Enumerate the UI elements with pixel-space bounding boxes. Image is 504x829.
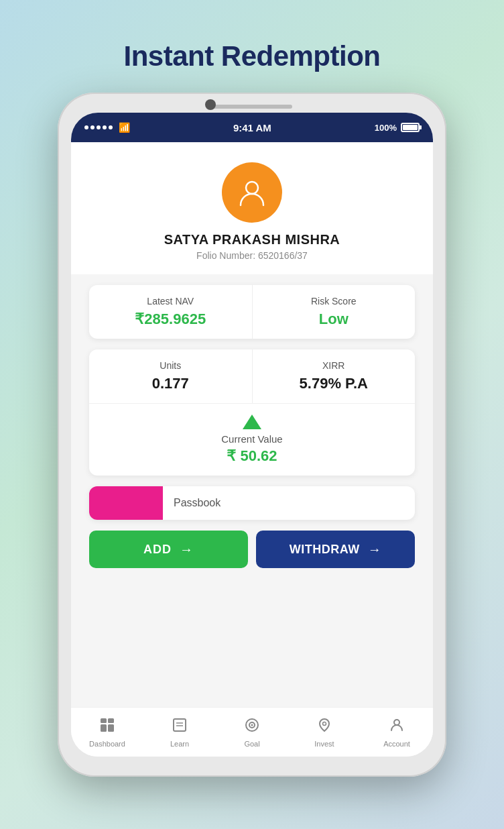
units-value: 0.177	[152, 375, 189, 392]
nav-risk-card: Latest NAV ₹285.9625 Risk Score Low	[89, 285, 415, 339]
nav-value: ₹285.9625	[135, 311, 206, 328]
nav-item-invest[interactable]: Invest	[288, 717, 361, 748]
invest-icon	[316, 717, 332, 737]
risk-value: Low	[319, 311, 349, 328]
svg-rect-5	[174, 719, 186, 731]
content-area: SATYA PRAKASH MISHRA Folio Number: 65201…	[71, 142, 433, 707]
nav-label-learn: Learn	[170, 740, 189, 748]
nav-label-invest: Invest	[314, 740, 334, 748]
svg-point-11	[323, 722, 326, 725]
risk-section: Risk Score Low	[253, 285, 416, 339]
nav-item-learn[interactable]: Learn	[143, 717, 216, 748]
passbook-area: Passbook	[89, 486, 415, 520]
status-time: 9:41 AM	[233, 122, 271, 133]
status-right: 100%	[375, 123, 420, 133]
units-section: Units 0.177	[89, 349, 253, 403]
account-icon	[389, 717, 405, 737]
units-card: Units 0.177 XIRR 5.79% P.A Current Value…	[89, 349, 415, 476]
withdraw-button[interactable]: WITHDRAW →	[256, 531, 415, 568]
add-arrow-icon: →	[180, 542, 194, 557]
withdraw-arrow-icon: →	[368, 542, 382, 557]
nav-item-goal[interactable]: Goal	[216, 717, 288, 748]
action-buttons: ADD → WITHDRAW →	[89, 531, 415, 571]
nav-label: Latest NAV	[147, 296, 194, 307]
current-value-section: Current Value ₹ 50.62	[89, 404, 415, 476]
add-label: ADD	[143, 543, 172, 557]
passbook-tab-highlight	[89, 486, 163, 520]
bottom-nav: Dashboard Learn	[71, 707, 433, 757]
units-label: Units	[160, 360, 181, 371]
folio-number: Folio Number: 6520166/37	[196, 250, 308, 261]
passbook-label: Passbook	[163, 497, 220, 509]
triangle-up-icon	[243, 414, 261, 429]
user-name: SATYA PRAKASH MISHRA	[164, 232, 340, 247]
battery-icon	[401, 123, 420, 132]
nav-item-dashboard[interactable]: Dashboard	[71, 717, 143, 748]
xirr-section: XIRR 5.79% P.A	[253, 349, 416, 403]
svg-point-12	[394, 720, 399, 725]
svg-rect-4	[108, 724, 114, 732]
battery-percentage: 100%	[375, 123, 397, 133]
svg-rect-1	[101, 718, 107, 723]
wifi-icon: 📶	[119, 122, 130, 133]
nav-section: Latest NAV ₹285.9625	[89, 285, 253, 339]
xirr-label: XIRR	[322, 360, 344, 371]
phone-frame: 📶 9:41 AM 100% SATYA PRAKASH MI	[58, 93, 446, 777]
nav-label-goal: Goal	[244, 740, 259, 748]
dashboard-icon	[99, 717, 115, 737]
nav-label-account: Account	[383, 740, 410, 748]
nav-label-dashboard: Dashboard	[89, 740, 125, 748]
svg-point-0	[246, 182, 258, 194]
avatar	[222, 162, 282, 223]
status-bar: 📶 9:41 AM 100%	[71, 113, 433, 142]
xirr-value: 5.79% P.A	[300, 375, 368, 392]
profile-section: SATYA PRAKASH MISHRA Folio Number: 65201…	[71, 142, 433, 274]
status-left: 📶	[84, 122, 130, 133]
page-title: Instant Redemption	[123, 40, 380, 72]
current-value-amount: ₹ 50.62	[227, 447, 277, 465]
risk-label: Risk Score	[311, 296, 357, 307]
phone-camera	[205, 99, 216, 110]
goal-icon	[244, 717, 260, 737]
svg-rect-2	[108, 718, 114, 723]
phone-screen: 📶 9:41 AM 100% SATYA PRAKASH MI	[71, 113, 433, 757]
withdraw-label: WITHDRAW	[290, 543, 360, 557]
add-button[interactable]: ADD →	[89, 531, 248, 568]
learn-icon	[172, 717, 188, 737]
nav-item-account[interactable]: Account	[361, 717, 433, 748]
svg-rect-3	[101, 724, 107, 732]
current-value-label: Current Value	[221, 433, 282, 445]
user-avatar-icon	[237, 177, 267, 208]
svg-point-10	[251, 724, 253, 726]
